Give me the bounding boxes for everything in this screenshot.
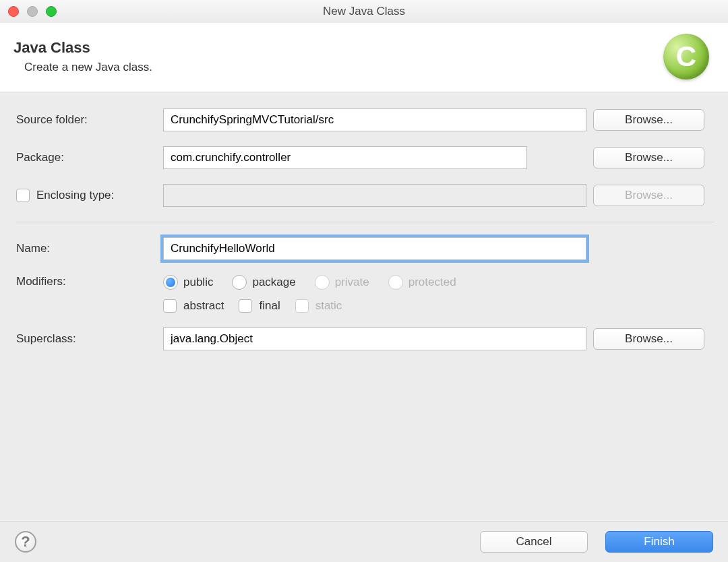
- modifier-final-label: final: [259, 299, 280, 313]
- radio-icon: [315, 275, 330, 290]
- traffic-lights: [8, 6, 57, 17]
- modifier-abstract-checkbox[interactable]: abstract: [163, 299, 224, 313]
- modifier-public-label: public: [183, 276, 213, 289]
- checkbox-icon: [295, 299, 309, 313]
- source-folder-input[interactable]: [163, 108, 586, 131]
- finish-button[interactable]: Finish: [605, 531, 713, 553]
- dialog-content: Source folder: Browse... Package: Browse…: [0, 92, 728, 350]
- minimize-window-button[interactable]: [27, 6, 38, 17]
- section-divider: [16, 222, 715, 222]
- superclass-label: Superclass:: [16, 332, 156, 346]
- source-folder-browse-button[interactable]: Browse...: [593, 109, 704, 131]
- name-label: Name:: [16, 242, 156, 255]
- superclass-row: Superclass: Browse...: [16, 327, 715, 350]
- enclosing-type-label: Enclosing type:: [36, 189, 114, 202]
- cancel-button[interactable]: Cancel: [480, 531, 588, 553]
- modifier-package-radio[interactable]: package: [232, 275, 295, 290]
- help-icon: ?: [21, 533, 30, 551]
- modifier-private-label: private: [335, 276, 369, 289]
- dialog-header: Java Class Create a new Java class. C: [0, 23, 728, 92]
- package-input[interactable]: [163, 146, 527, 169]
- superclass-browse-button[interactable]: Browse...: [593, 328, 704, 350]
- maximize-window-button[interactable]: [46, 6, 57, 17]
- modifier-abstract-label: abstract: [183, 299, 224, 313]
- name-row: Name:: [16, 237, 715, 260]
- name-input[interactable]: [163, 237, 586, 260]
- modifier-protected-label: protected: [408, 276, 456, 289]
- radio-icon: [163, 275, 178, 290]
- package-browse-button[interactable]: Browse...: [593, 147, 704, 168]
- source-folder-label: Source folder:: [16, 113, 156, 127]
- checkbox-icon: [163, 299, 177, 313]
- modifier-package-label: package: [252, 276, 295, 289]
- modifier-static-checkbox: static: [295, 299, 342, 313]
- class-icon-letter: C: [676, 40, 696, 73]
- modifier-protected-radio: protected: [388, 275, 456, 290]
- superclass-input[interactable]: [163, 327, 586, 350]
- checkbox-icon: [239, 299, 252, 313]
- titlebar: New Java Class: [0, 0, 728, 23]
- enclosing-type-checkbox[interactable]: [16, 189, 30, 202]
- radio-icon: [388, 275, 403, 290]
- modifier-static-label: static: [315, 299, 342, 313]
- help-button[interactable]: ?: [15, 531, 36, 553]
- class-icon: C: [663, 34, 709, 80]
- dialog-footer: ? Cancel Finish: [0, 521, 728, 562]
- window-title: New Java Class: [323, 5, 405, 18]
- modifier-final-checkbox[interactable]: final: [239, 299, 280, 313]
- package-label: Package:: [16, 151, 156, 164]
- modifier-private-radio: private: [315, 275, 369, 290]
- enclosing-type-input: [163, 184, 586, 207]
- dialog-heading: Java Class: [13, 39, 152, 57]
- modifiers-group: public package private protected: [163, 275, 586, 313]
- source-folder-row: Source folder: Browse...: [16, 108, 715, 131]
- enclosing-type-browse-button: Browse...: [593, 185, 704, 206]
- package-row: Package: Browse...: [16, 146, 715, 169]
- enclosing-type-row: Enclosing type: Browse...: [16, 184, 715, 207]
- modifier-public-radio[interactable]: public: [163, 275, 213, 290]
- close-window-button[interactable]: [8, 6, 19, 17]
- modifiers-row: Modifiers: public package private protec…: [16, 275, 715, 313]
- radio-icon: [232, 275, 247, 290]
- modifiers-label: Modifiers:: [16, 275, 156, 288]
- dialog-subtitle: Create a new Java class.: [13, 61, 152, 74]
- enclosing-type-label-group: Enclosing type:: [16, 189, 156, 202]
